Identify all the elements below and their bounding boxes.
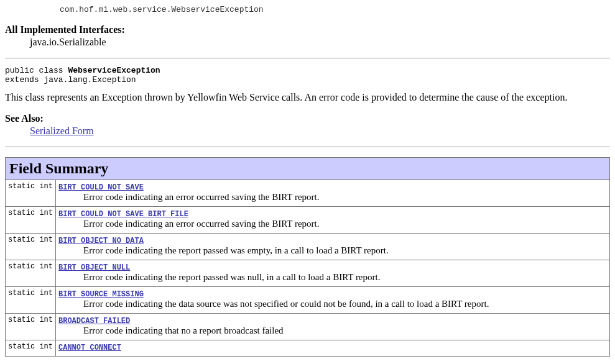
decl-class-name: WebserviceException — [68, 66, 160, 75]
divider — [5, 147, 610, 147]
field-link[interactable]: BIRT_OBJECT_NO_DATA — [58, 237, 144, 245]
table-row: static intCANNOT_CONNECT — [6, 340, 610, 357]
field-summary-table: Field Summary static intBIRT_COULD_NOT_S… — [5, 157, 610, 357]
see-also-item: Serialized Form — [30, 125, 610, 137]
decl-prefix: public class — [5, 66, 68, 75]
field-type: static int — [6, 340, 56, 357]
interfaces-list: java.io.Serializable — [30, 37, 610, 48]
field-type: static int — [6, 207, 56, 234]
field-cell: BROADCAST_FAILEDError code indicating th… — [56, 314, 610, 340]
field-link[interactable]: CANNOT_CONNECT — [58, 344, 121, 352]
field-type: static int — [6, 287, 56, 314]
field-link[interactable]: BIRT_COULD_NOT_SAVE_BIRT_FILE — [58, 210, 188, 219]
table-row: static intBROADCAST_FAILEDError code ind… — [6, 314, 610, 340]
field-cell: BIRT_SOURCE_MISSINGError code indicating… — [56, 287, 610, 314]
decl-extends: extends java.lang.Exception — [5, 75, 136, 84]
field-description: Error code indicating an error occurred … — [58, 192, 607, 202]
table-row: static intBIRT_OBJECT_NULLError code ind… — [6, 260, 610, 287]
field-description: Error code indicating an error occurred … — [58, 219, 607, 229]
field-cell: BIRT_COULD_NOT_SAVE_BIRT_FILEError code … — [56, 207, 610, 234]
field-description: Error code indicating the report passed … — [58, 245, 607, 256]
table-row: static intBIRT_COULD_NOT_SAVEError code … — [6, 180, 610, 207]
field-cell: BIRT_OBJECT_NULLError code indicating th… — [56, 260, 610, 287]
see-also-block: See Also: Serialized Form — [5, 113, 610, 137]
field-type: static int — [6, 314, 56, 340]
field-description: Error code indicating the report passed … — [58, 272, 607, 283]
class-declaration: public class WebserviceException extends… — [5, 66, 610, 84]
serialized-form-link[interactable]: Serialized Form — [30, 125, 94, 136]
class-fqn: com.hof.mi.web.service.WebserviceExcepti… — [60, 5, 610, 14]
table-row: static intBIRT_OBJECT_NO_DATAError code … — [6, 234, 610, 260]
interfaces-heading: All Implemented Interfaces: — [5, 24, 610, 35]
field-link[interactable]: BIRT_OBJECT_NULL — [58, 263, 130, 272]
field-cell: BIRT_OBJECT_NO_DATAError code indicating… — [56, 234, 610, 260]
field-type: static int — [6, 180, 56, 207]
field-type: static int — [6, 234, 56, 260]
field-link[interactable]: BIRT_SOURCE_MISSING — [58, 290, 144, 299]
field-cell: BIRT_COULD_NOT_SAVEError code indicating… — [56, 180, 610, 207]
see-also-heading: See Also: — [5, 113, 610, 124]
interfaces-block: All Implemented Interfaces: java.io.Seri… — [5, 24, 610, 48]
field-description: Error code indicating the data source wa… — [58, 299, 607, 309]
table-row: static intBIRT_COULD_NOT_SAVE_BIRT_FILEE… — [6, 207, 610, 234]
field-summary-heading: Field Summary — [6, 158, 610, 180]
field-link[interactable]: BIRT_COULD_NOT_SAVE — [58, 183, 144, 192]
field-description: Error code indicating that no a report b… — [58, 325, 607, 336]
class-description: This class represents an Exception throw… — [5, 92, 610, 103]
field-cell: CANNOT_CONNECT — [56, 340, 610, 357]
field-link[interactable]: BROADCAST_FAILED — [58, 317, 130, 325]
table-row: static intBIRT_SOURCE_MISSINGError code … — [6, 287, 610, 314]
field-type: static int — [6, 260, 56, 287]
divider — [5, 58, 610, 58]
